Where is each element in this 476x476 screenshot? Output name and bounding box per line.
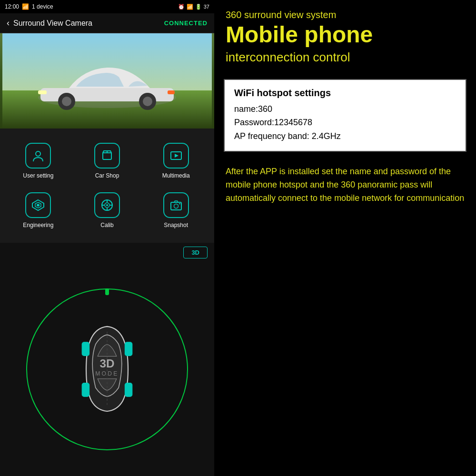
multimedia-icon — [163, 143, 189, 169]
wifi-name: name:360 — [234, 102, 456, 116]
menu-item-calib[interactable]: Calib — [73, 186, 142, 235]
svg-rect-29 — [125, 383, 132, 397]
sub-title: interconnection control — [226, 50, 465, 66]
device-count: 1 device — [32, 3, 53, 10]
svg-rect-25 — [179, 203, 180, 204]
wifi-password: Password:12345678 — [234, 116, 456, 129]
svg-marker-12 — [175, 154, 178, 158]
view-controls: 3D — [0, 243, 214, 262]
battery-icon: 🔋 — [195, 4, 202, 10]
alarm-icon: ⏰ — [178, 4, 185, 10]
circle-view: 3D MODE — [26, 288, 188, 450]
svg-rect-8 — [38, 90, 47, 94]
snapshot-icon — [163, 192, 189, 218]
connected-status: CONNECTED — [164, 20, 208, 27]
battery-level: 37 — [204, 4, 209, 10]
app-header: ‹ Surround View Camera CONNECTED — [0, 13, 214, 33]
svg-rect-9 — [168, 90, 175, 94]
status-bar-right: ⏰ 📶 🔋 37 — [178, 4, 209, 10]
menu-item-user-setting[interactable]: User setting — [4, 136, 73, 186]
title-section: 360 surround view system Mobile phone in… — [214, 0, 476, 73]
car-topview-svg: 3D MODE — [74, 317, 140, 422]
status-time: 12:00 — [5, 3, 19, 10]
desc-text: After the APP is installed set the name … — [226, 165, 465, 205]
desc-section: After the APP is installed set the name … — [214, 158, 476, 476]
multimedia-label: Multimedia — [162, 172, 190, 179]
app-header-left: ‹ Surround View Camera — [7, 18, 92, 28]
svg-point-7 — [143, 97, 152, 106]
calib-icon — [94, 192, 120, 218]
main-title: Mobile phone — [226, 22, 465, 48]
right-panel: 360 surround view system Mobile phone in… — [214, 0, 476, 476]
subtitle-text: 360 surround view system — [226, 10, 465, 20]
svg-marker-15 — [37, 204, 40, 207]
menu-item-engineering[interactable]: Engineering — [4, 186, 73, 235]
wifi-icon: 📶 — [22, 3, 29, 10]
car-image-svg — [0, 33, 214, 129]
calib-label: Calib — [100, 222, 113, 228]
wifi-title: WiFi hotspot settings — [234, 88, 456, 99]
user-setting-icon — [25, 143, 51, 169]
svg-rect-26 — [82, 342, 89, 356]
svg-rect-28 — [82, 383, 89, 397]
wifi-box: WiFi hotspot settings name:360 Password:… — [224, 79, 466, 152]
app-title: Surround View Camera — [13, 19, 92, 28]
user-setting-label: User setting — [23, 172, 53, 179]
svg-point-22 — [106, 204, 108, 206]
status-bar-left: 12:00 📶 1 device — [5, 3, 53, 10]
camera-view: 3D MODE — [0, 262, 214, 476]
car-image-area — [0, 33, 214, 129]
signal-icons: 📶 — [187, 4, 193, 10]
snapshot-label: Snapshot — [164, 222, 188, 228]
menu-grid: User setting Car Shop Multimedia — [0, 129, 214, 243]
svg-point-5 — [62, 97, 71, 106]
wifi-frequency: AP frequency band: 2.4GHz — [234, 129, 456, 143]
svg-text:MODE: MODE — [95, 370, 119, 377]
car-shop-label: Car Shop — [95, 172, 119, 179]
engineering-label: Engineering — [23, 222, 53, 228]
phone-panel: 12:00 📶 1 device ⏰ 📶 🔋 37 ‹ Surround Vie… — [0, 0, 214, 476]
menu-item-multimedia[interactable]: Multimedia — [141, 136, 210, 186]
menu-item-snapshot[interactable]: Snapshot — [141, 186, 210, 235]
svg-point-10 — [36, 151, 40, 156]
svg-point-24 — [174, 204, 178, 208]
status-bar: 12:00 📶 1 device ⏰ 📶 🔋 37 — [0, 0, 214, 13]
svg-text:3D: 3D — [100, 357, 115, 369]
svg-rect-27 — [125, 342, 132, 356]
btn-3d[interactable]: 3D — [183, 247, 208, 258]
car-shop-icon — [94, 143, 120, 169]
back-button[interactable]: ‹ — [7, 18, 10, 28]
menu-item-car-shop[interactable]: Car Shop — [73, 136, 142, 186]
view-area: 3D — [0, 243, 214, 476]
engineering-icon — [25, 192, 51, 218]
